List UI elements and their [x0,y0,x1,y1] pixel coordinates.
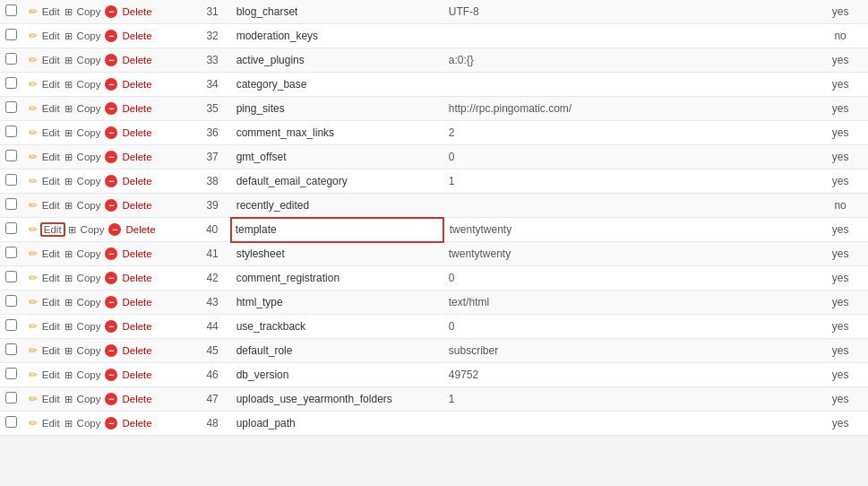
delete-button[interactable]: Delete [120,78,153,91]
edit-button[interactable]: Edit [40,320,62,333]
copy-button[interactable]: Copy [75,369,103,381]
delete-button[interactable]: Delete [120,272,153,284]
delete-button[interactable]: Delete [120,320,153,333]
row-checkbox-cell [0,24,23,48]
copy-button[interactable]: Copy [75,320,103,333]
row-checkbox[interactable] [5,247,17,258]
edit-button[interactable]: Edit [40,102,62,115]
row-checkbox[interactable] [5,53,17,65]
delete-circle-icon: − [105,247,117,260]
edit-button[interactable]: Edit [40,393,62,405]
row-autoload: yes [812,73,868,97]
row-checkbox[interactable] [5,29,17,40]
copy-button[interactable]: Copy [75,5,103,18]
edit-button[interactable]: Edit [40,222,65,237]
edit-button[interactable]: Edit [40,369,62,381]
row-checkbox-cell [0,73,23,97]
delete-circle-icon: − [105,344,117,357]
row-checkbox[interactable] [5,150,17,161]
row-autoload: yes [812,291,868,315]
copy-button[interactable]: Copy [75,247,103,260]
copy-button[interactable]: Copy [75,151,103,163]
row-checkbox[interactable] [5,368,17,379]
copy-button[interactable]: Copy [75,296,103,308]
row-value: 1 [443,169,812,194]
row-checkbox[interactable] [5,77,17,89]
row-actions-cell: ✏ Edit ⊞ Copy − Delete [23,266,194,291]
edit-button[interactable]: Edit [40,30,62,42]
row-checkbox[interactable] [5,319,17,331]
edit-button[interactable]: Edit [40,78,62,91]
edit-button[interactable]: Edit [40,417,62,430]
edit-button[interactable]: Edit [40,272,62,284]
delete-button[interactable]: Delete [120,393,153,405]
copy-button[interactable]: Copy [75,272,103,284]
delete-button[interactable]: Delete [120,417,153,430]
row-autoload: yes [812,169,868,194]
row-checkbox[interactable] [5,392,17,404]
row-checkbox[interactable] [5,174,17,186]
row-actions-cell: ✏ Edit ⊞ Copy − Delete [23,48,194,73]
copy-button[interactable]: Copy [75,393,103,405]
copy-grid-icon: ⊞ [64,394,73,405]
copy-button[interactable]: Copy [75,54,103,66]
row-checkbox[interactable] [5,222,17,234]
delete-button[interactable]: Delete [120,5,153,18]
copy-button[interactable]: Copy [75,199,103,212]
row-value: 49752 [443,363,812,387]
copy-button[interactable]: Copy [75,78,103,91]
row-id: 32 [193,24,230,48]
row-checkbox[interactable] [5,416,17,428]
delete-button[interactable]: Delete [120,175,153,187]
edit-button[interactable]: Edit [40,5,62,18]
row-checkbox[interactable] [5,4,17,16]
delete-button[interactable]: Delete [120,126,153,139]
row-id: 44 [193,315,230,339]
edit-button[interactable]: Edit [40,344,62,357]
delete-button[interactable]: Delete [120,344,153,357]
delete-button[interactable]: Delete [120,247,153,260]
delete-button[interactable]: Delete [120,199,153,212]
copy-button[interactable]: Copy [75,30,103,42]
row-checkbox-cell [0,266,23,291]
delete-button[interactable]: Delete [120,296,153,308]
row-checkbox[interactable] [5,198,17,210]
delete-button[interactable]: Delete [120,151,153,163]
edit-button[interactable]: Edit [40,151,62,163]
copy-button[interactable]: Copy [75,344,103,357]
edit-button[interactable]: Edit [40,296,62,308]
copy-button[interactable]: Copy [75,175,103,187]
row-actions-cell: ✏ Edit ⊞ Copy − Delete [23,194,194,218]
delete-circle-icon: − [105,393,117,405]
delete-button[interactable]: Delete [120,369,153,381]
row-checkbox[interactable] [5,101,17,113]
row-checkbox[interactable] [5,343,17,355]
row-checkbox[interactable] [5,271,17,282]
copy-button[interactable]: Copy [75,417,103,430]
row-checkbox[interactable] [5,295,17,307]
row-actions-cell: ✏ Edit ⊞ Copy − Delete [23,387,194,412]
edit-button[interactable]: Edit [40,175,62,187]
delete-circle-icon: − [105,5,117,18]
edit-pencil-icon: ✏ [29,151,38,163]
edit-button[interactable]: Edit [40,126,62,139]
row-id: 43 [193,291,230,315]
edit-pencil-icon: ✏ [29,369,38,381]
delete-button[interactable]: Delete [124,223,157,236]
edit-button[interactable]: Edit [40,54,62,66]
row-checkbox[interactable] [5,126,17,137]
copy-button[interactable]: Copy [75,102,103,115]
edit-button[interactable]: Edit [40,247,62,260]
row-autoload: yes [812,121,868,145]
delete-button[interactable]: Delete [120,30,153,42]
copy-button[interactable]: Copy [75,126,103,139]
edit-button[interactable]: Edit [40,199,62,212]
delete-circle-icon: − [105,199,117,212]
delete-circle-icon: − [108,223,121,236]
delete-button[interactable]: Delete [120,102,153,115]
delete-button[interactable]: Delete [120,54,153,66]
edit-pencil-icon: ✏ [29,296,38,308]
copy-button[interactable]: Copy [79,223,107,236]
row-checkbox-cell [0,121,23,145]
row-autoload: yes [812,0,868,24]
